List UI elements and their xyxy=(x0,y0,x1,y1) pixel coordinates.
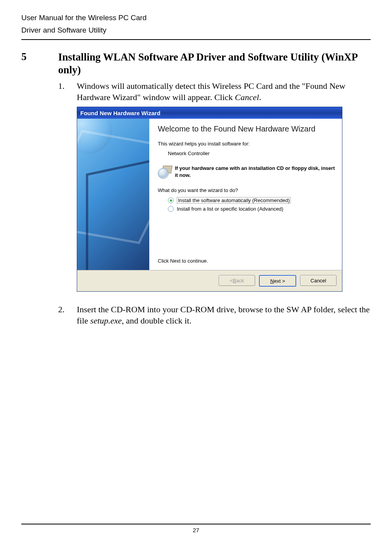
back-button: < Back xyxy=(219,275,255,286)
back-button-pre: < xyxy=(230,278,233,284)
wizard-body: Welcome to the Found New Hardware Wizard… xyxy=(77,119,342,270)
step-2-text: Insert the CD-ROM into your CD-ROM drive… xyxy=(77,304,371,326)
step-1-text-b: . xyxy=(259,92,261,102)
wizard-screenshot: Found New Hardware Wizard Welcome to the… xyxy=(77,107,371,292)
wizard-side-graphic xyxy=(77,119,149,270)
step-1-text: Windows will automatically detect this W… xyxy=(77,81,371,103)
header-line-2: Driver and Software Utility xyxy=(21,24,371,36)
wizard-question: What do you want the wizard to do? xyxy=(158,187,335,193)
wizard-cd-note-row: If your hardware came with an installati… xyxy=(158,165,335,179)
wizard-main: Welcome to the Found New Hardware Wizard… xyxy=(149,119,342,270)
step-1: 1. Windows will automatically detect thi… xyxy=(58,81,371,103)
wizard-titlebar[interactable]: Found New Hardware Wizard xyxy=(77,107,342,119)
radio-auto-label: Install the software automatically (Reco… xyxy=(177,197,291,204)
page-footer: 27 xyxy=(21,524,371,533)
step-1-text-a: Windows will automatically detect this W… xyxy=(77,81,345,102)
found-new-hardware-wizard-window: Found New Hardware Wizard Welcome to the… xyxy=(77,107,342,292)
section-number: 5 xyxy=(21,51,58,63)
radio-unchecked-icon xyxy=(168,206,174,212)
wizard-device-name: Network Controller xyxy=(168,151,335,156)
section-title: Installing WLAN Software AP Driver and S… xyxy=(58,51,371,77)
step-2: 2. Insert the CD-ROM into your CD-ROM dr… xyxy=(58,304,371,326)
cancel-button-label: Cancel xyxy=(311,278,326,284)
back-button-post: ack xyxy=(236,278,244,284)
wizard-intro: This wizard helps you install software f… xyxy=(158,141,335,147)
radio-checked-icon xyxy=(168,197,174,203)
next-button-post: ext > xyxy=(274,278,285,284)
step-1-cancel-word: Cancel xyxy=(235,92,259,102)
next-button-accel: N xyxy=(270,278,274,284)
header-line-1: User Manual for the Wireless PC Card xyxy=(21,12,371,24)
cd-icon xyxy=(158,166,171,179)
radio-option-auto[interactable]: Install the software automatically (Reco… xyxy=(168,197,335,204)
back-button-accel: B xyxy=(233,278,236,284)
wizard-heading: Welcome to the Found New Hardware Wizard xyxy=(158,124,335,134)
page-number: 27 xyxy=(193,527,199,533)
section-heading: 5 Installing WLAN Software AP Driver and… xyxy=(21,51,371,77)
step-1-number: 1. xyxy=(58,81,77,103)
wizard-click-next: Click Next to continue. xyxy=(158,258,335,264)
step-2-setup-word: setup.exe xyxy=(90,316,122,325)
next-button[interactable]: Next > xyxy=(259,275,296,287)
cancel-button[interactable]: Cancel xyxy=(300,275,337,286)
step-2-number: 2. xyxy=(58,304,77,326)
step-2-text-b: , and double click it. xyxy=(122,316,192,325)
radio-option-advanced[interactable]: Install from a list or specific location… xyxy=(168,206,335,212)
wizard-footer: < Back Next > Cancel xyxy=(77,270,342,291)
wizard-title-text: Found New Hardware Wizard xyxy=(80,110,161,116)
page-header: User Manual for the Wireless PC Card Dri… xyxy=(21,12,371,40)
wizard-cd-note: If your hardware came with an installati… xyxy=(175,165,335,178)
radio-advanced-label: Install from a list or specific location… xyxy=(177,206,283,212)
